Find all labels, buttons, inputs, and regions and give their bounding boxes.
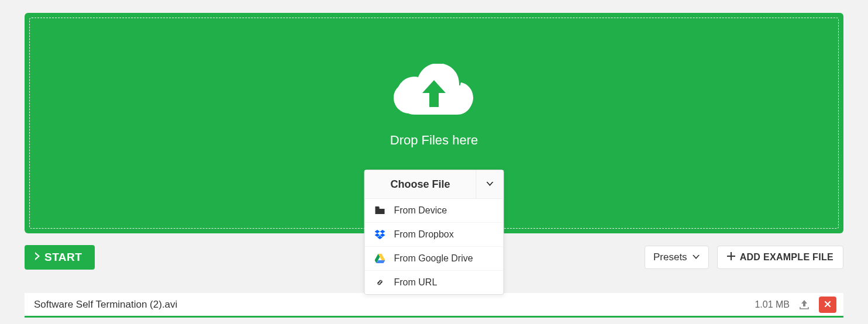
- choose-file-header: Choose File: [365, 170, 504, 198]
- chevron-down-icon: [692, 251, 700, 263]
- google-drive-icon: [374, 254, 386, 263]
- add-example-file-button[interactable]: ADD EXAMPLE FILE: [717, 246, 843, 269]
- choose-from-device[interactable]: From Device: [365, 199, 504, 222]
- choose-file-menu: From Device From Dropbox From Google Dri…: [365, 198, 504, 294]
- choose-file-toggle[interactable]: [477, 170, 504, 198]
- presets-button[interactable]: Presets: [645, 246, 709, 269]
- chevron-right-icon: [34, 251, 41, 264]
- menu-item-label: From URL: [394, 277, 438, 288]
- file-row: Software Self Termination (2).avi 1.01 M…: [25, 293, 843, 318]
- choose-from-url[interactable]: From URL: [365, 270, 504, 294]
- dropbox-icon: [374, 230, 386, 239]
- menu-item-label: From Device: [394, 205, 447, 216]
- file-size: 1.01 MB: [755, 299, 790, 310]
- presets-label: Presets: [653, 251, 687, 263]
- menu-item-label: From Dropbox: [394, 229, 454, 240]
- start-label: START: [44, 251, 82, 264]
- close-icon: [824, 299, 831, 310]
- file-name: Software Self Termination (2).avi: [32, 299, 746, 311]
- upload-status-icon: [798, 299, 811, 310]
- menu-item-label: From Google Drive: [394, 253, 473, 264]
- add-example-label: ADD EXAMPLE FILE: [740, 252, 833, 263]
- drop-text: Drop Files here: [390, 133, 478, 148]
- start-button[interactable]: START: [25, 245, 95, 270]
- plus-icon: [727, 252, 735, 263]
- remove-file-button[interactable]: [819, 297, 836, 313]
- cloud-upload-icon: [393, 64, 475, 125]
- link-icon: [374, 277, 386, 288]
- folder-icon: [374, 206, 386, 215]
- choose-from-google-drive[interactable]: From Google Drive: [365, 246, 504, 270]
- choose-from-dropbox[interactable]: From Dropbox: [365, 222, 504, 246]
- chevron-down-icon: [485, 179, 495, 189]
- choose-file-panel: Choose File From Device From Dropbox: [364, 170, 504, 295]
- choose-file-button[interactable]: Choose File: [365, 170, 477, 198]
